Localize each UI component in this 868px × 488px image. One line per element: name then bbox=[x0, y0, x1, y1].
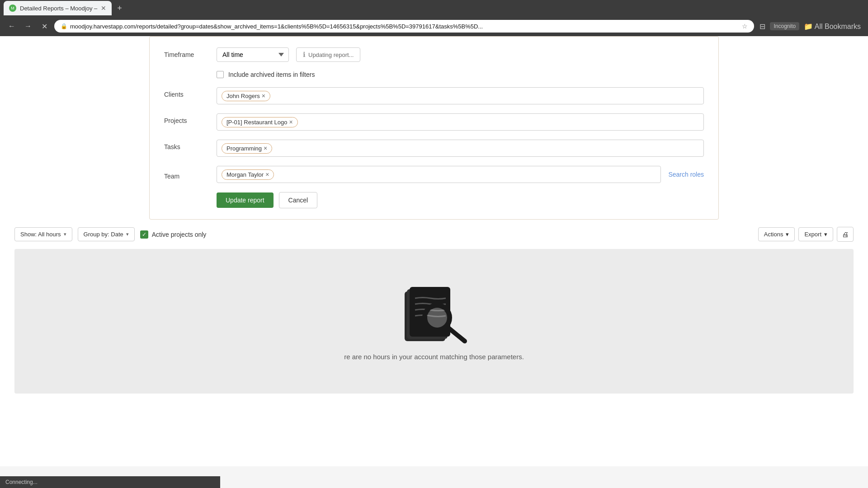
svg-point-5 bbox=[427, 308, 447, 328]
no-results-illustration bbox=[398, 282, 470, 346]
update-report-button[interactable]: Update report bbox=[217, 192, 274, 208]
reload-button[interactable]: ✕ bbox=[38, 20, 51, 33]
export-label: Export bbox=[804, 231, 821, 238]
task-tag-text: Programming bbox=[226, 145, 262, 152]
client-tag-text: John Rogers bbox=[226, 93, 260, 99]
archive-checkbox[interactable] bbox=[217, 71, 224, 78]
active-projects-label: Active projects only bbox=[152, 231, 207, 238]
timeframe-label: Timeframe bbox=[164, 51, 209, 58]
remove-project-restaurant-logo[interactable]: × bbox=[289, 119, 292, 125]
button-row: Update report Cancel bbox=[217, 192, 704, 208]
actions-chevron-icon: ▾ bbox=[786, 231, 789, 238]
client-tag-john-rogers[interactable]: John Rogers × bbox=[222, 91, 270, 101]
cancel-button[interactable]: Cancel bbox=[279, 192, 318, 208]
sidebar-button[interactable]: ⊟ bbox=[758, 20, 767, 33]
actions-dropdown[interactable]: Actions ▾ bbox=[758, 227, 795, 241]
new-tab-button[interactable]: + bbox=[113, 4, 126, 13]
results-area: re are no hours in your account matching… bbox=[14, 249, 854, 394]
task-tag-programming[interactable]: Programming × bbox=[222, 143, 272, 154]
export-chevron-icon: ▾ bbox=[824, 231, 827, 238]
search-roles-link[interactable]: Search roles bbox=[668, 171, 704, 178]
bookmarks-button[interactable]: 📁 All Bookmarks bbox=[802, 20, 863, 33]
timeframe-select[interactable]: All time Today This week This month This… bbox=[217, 47, 289, 62]
back-button[interactable]: ← bbox=[5, 20, 18, 33]
no-results-text: re are no hours in your account matching… bbox=[344, 353, 524, 361]
archive-row: Include archived items in filters bbox=[217, 71, 704, 78]
export-dropdown[interactable]: Export ▾ bbox=[798, 227, 833, 241]
project-tag-restaurant-logo[interactable]: [P-01] Restaurant Logo × bbox=[222, 117, 298, 127]
projects-row: Projects [P-01] Restaurant Logo × bbox=[164, 113, 704, 131]
active-projects-toggle[interactable]: ✓ Active projects only bbox=[140, 230, 207, 239]
updating-report-badge: ℹ Updating report... bbox=[296, 47, 360, 62]
group-by-dropdown[interactable]: Group by: Date ▾ bbox=[78, 227, 135, 241]
filter-panel: Timeframe All time Today This week This … bbox=[149, 36, 719, 220]
tab-close-button[interactable]: ✕ bbox=[101, 5, 106, 12]
results-toolbar: Show: All hours ▾ Group by: Date ▾ ✓ Act… bbox=[0, 220, 868, 249]
remove-task-programming[interactable]: × bbox=[264, 145, 267, 151]
incognito-badge: Incognito bbox=[770, 22, 799, 30]
tasks-input[interactable]: Programming × bbox=[217, 140, 704, 157]
toolbar-right-group: Actions ▾ Export ▾ 🖨 bbox=[758, 227, 854, 242]
project-tag-text: [P-01] Restaurant Logo bbox=[226, 119, 287, 126]
team-row: Team Morgan Taylor × Search roles bbox=[164, 166, 704, 183]
archive-label: Include archived items in filters bbox=[228, 71, 315, 78]
remove-client-john-rogers[interactable]: × bbox=[262, 93, 265, 99]
forward-button[interactable]: → bbox=[22, 20, 34, 33]
team-input[interactable]: Morgan Taylor × bbox=[217, 166, 661, 183]
clients-label: Clients bbox=[164, 87, 209, 98]
updating-text: Updating report... bbox=[308, 52, 354, 58]
team-label: Team bbox=[164, 169, 209, 180]
team-tag-morgan-taylor[interactable]: Morgan Taylor × bbox=[222, 169, 274, 180]
active-projects-checkbox[interactable]: ✓ bbox=[140, 230, 148, 239]
bookmark-icon: ☆ bbox=[742, 23, 748, 30]
timeframe-row: Timeframe All time Today This week This … bbox=[164, 47, 704, 62]
projects-input[interactable]: [P-01] Restaurant Logo × bbox=[217, 113, 704, 131]
clients-input[interactable]: John Rogers × bbox=[217, 87, 704, 104]
lock-icon: 🔒 bbox=[61, 23, 67, 29]
info-icon: ℹ bbox=[303, 51, 306, 59]
tasks-label: Tasks bbox=[164, 140, 209, 150]
active-tab[interactable]: M Detailed Reports – Moodjoy – ✕ bbox=[4, 1, 112, 15]
show-hours-dropdown[interactable]: Show: All hours ▾ bbox=[14, 227, 72, 241]
team-tag-text: Morgan Taylor bbox=[226, 171, 264, 178]
clients-row: Clients John Rogers × bbox=[164, 87, 704, 104]
address-bar-row: ← → ✕ 🔒 moodjoy.harvestapp.com/reports/d… bbox=[0, 16, 868, 36]
print-button[interactable]: 🖨 bbox=[837, 227, 854, 242]
actions-label: Actions bbox=[764, 231, 783, 238]
address-bar[interactable]: 🔒 moodjoy.harvestapp.com/reports/detaile… bbox=[54, 20, 754, 33]
url-text: moodjoy.harvestapp.com/reports/detailed?… bbox=[70, 23, 739, 30]
tab-title: Detailed Reports – Moodjoy – bbox=[20, 5, 97, 12]
projects-label: Projects bbox=[164, 113, 209, 124]
page-content: Timeframe All time Today This week This … bbox=[0, 36, 868, 466]
remove-team-morgan-taylor[interactable]: × bbox=[265, 171, 269, 178]
tab-bar: M Detailed Reports – Moodjoy – ✕ + bbox=[0, 0, 868, 16]
group-by-label: Group by: Date bbox=[84, 231, 123, 238]
show-hours-chevron-icon: ▾ bbox=[64, 231, 66, 237]
show-hours-label: Show: All hours bbox=[20, 231, 61, 238]
tasks-row: Tasks Programming × bbox=[164, 140, 704, 157]
browser-toolbar-right: ⊟ Incognito 📁 All Bookmarks bbox=[758, 20, 863, 33]
group-by-chevron-icon: ▾ bbox=[126, 231, 129, 237]
tab-favicon: M bbox=[9, 5, 16, 12]
